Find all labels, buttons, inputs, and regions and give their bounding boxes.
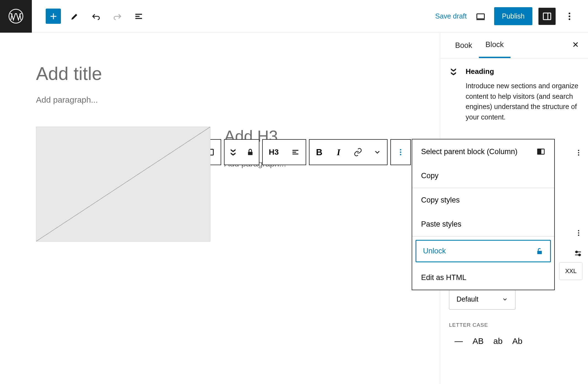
lettercase-uppercase[interactable]: AB <box>473 336 484 346</box>
redo-button[interactable] <box>110 9 125 24</box>
bt-group-format: B I <box>309 139 388 165</box>
chevron-down-icon <box>502 296 508 302</box>
svg-rect-22 <box>537 251 542 254</box>
panel-menu-button[interactable] <box>575 149 582 158</box>
svg-point-13 <box>578 152 579 154</box>
block-info-text: Heading Introduce new sections and organ… <box>466 67 579 122</box>
heading-block-icon[interactable] <box>225 140 242 165</box>
bt-group-heading: H3 <box>262 139 306 165</box>
menu-copy-styles[interactable]: Copy styles <box>412 188 554 212</box>
svg-point-5 <box>569 18 570 20</box>
save-draft-button[interactable]: Save draft <box>435 12 467 20</box>
top-left-tools <box>32 9 146 24</box>
column-icon <box>537 147 545 156</box>
column-left[interactable] <box>36 127 210 242</box>
svg-rect-21 <box>538 149 541 154</box>
align-button[interactable] <box>285 140 306 165</box>
undo-button[interactable] <box>88 9 104 24</box>
editor-canvas[interactable]: Add title Add paragraph... H3 <box>0 33 440 384</box>
more-formatting-button[interactable] <box>368 140 387 165</box>
document-outline-button[interactable] <box>131 9 146 24</box>
svg-point-9 <box>400 149 401 151</box>
lettercase-label: LETTER CASE <box>449 322 579 328</box>
svg-point-14 <box>578 154 579 156</box>
link-button[interactable] <box>348 140 368 165</box>
post-title-placeholder[interactable]: Add title <box>36 63 404 84</box>
svg-point-11 <box>400 154 401 155</box>
appearance-value: Default <box>457 295 478 303</box>
svg-point-10 <box>400 152 401 153</box>
publish-button[interactable]: Publish <box>494 7 532 25</box>
paragraph-placeholder[interactable]: Add paragraph... <box>36 95 404 105</box>
wordpress-logo[interactable] <box>0 0 32 33</box>
italic-button[interactable]: I <box>329 140 348 165</box>
image-placeholder[interactable] <box>36 127 210 242</box>
menu-copy[interactable]: Copy <box>412 164 554 188</box>
svg-point-4 <box>569 15 570 17</box>
lettercase-section: LETTER CASE — AB ab Ab <box>449 322 579 349</box>
heading-level-button[interactable]: H3 <box>263 140 285 165</box>
menu-select-parent[interactable]: Select parent block (Column) <box>412 139 554 164</box>
lettercase-options: — AB ab Ab <box>449 334 579 349</box>
svg-point-18 <box>576 251 577 253</box>
close-sidebar-button[interactable] <box>571 40 580 51</box>
menu-paste-styles[interactable]: Paste styles <box>412 212 554 236</box>
top-right-tools: Save draft Publish <box>435 7 588 25</box>
menu-unlock[interactable]: Unlock <box>416 240 551 262</box>
size-xxl-option[interactable]: XXL <box>559 262 582 280</box>
bt-group-more <box>390 139 411 165</box>
svg-point-0 <box>9 9 23 23</box>
svg-point-3 <box>569 12 570 14</box>
settings-sidebar-toggle[interactable] <box>538 8 556 25</box>
preview-button[interactable] <box>473 9 488 24</box>
svg-point-19 <box>579 254 581 256</box>
panel-menu-button-2[interactable] <box>575 229 582 238</box>
svg-point-15 <box>578 230 579 232</box>
sidebar-tabs: Book Block <box>440 33 588 58</box>
editor-top-bar: Save draft Publish <box>0 0 588 33</box>
options-menu-button[interactable] <box>562 9 577 24</box>
block-info-title: Heading <box>466 67 579 76</box>
block-options-button[interactable] <box>391 140 410 165</box>
block-info-description: Introduce new sections and organize cont… <box>466 81 579 122</box>
svg-rect-2 <box>543 13 551 20</box>
appearance-select[interactable]: Default <box>449 289 515 310</box>
lettercase-none[interactable]: — <box>455 336 463 346</box>
add-block-button[interactable] <box>46 9 61 24</box>
edit-mode-button[interactable] <box>67 9 82 24</box>
bold-button[interactable]: B <box>310 140 329 165</box>
svg-rect-1 <box>477 14 484 19</box>
lettercase-capitalize[interactable]: Ab <box>512 336 522 346</box>
svg-point-16 <box>578 232 579 234</box>
svg-rect-8 <box>248 152 252 155</box>
lettercase-lowercase[interactable]: ab <box>493 336 502 346</box>
heading-block-icon <box>449 67 458 122</box>
tab-book[interactable]: Book <box>448 33 479 58</box>
lock-icon[interactable] <box>242 140 259 165</box>
menu-edit-html[interactable]: Edit as HTML <box>412 266 554 290</box>
tab-block[interactable]: Block <box>479 33 510 58</box>
svg-point-17 <box>578 235 579 236</box>
svg-point-12 <box>578 150 579 151</box>
block-toolbar: H3 B I <box>198 139 411 165</box>
block-info: Heading Introduce new sections and organ… <box>449 67 579 122</box>
unlock-icon <box>536 247 543 255</box>
size-settings-button[interactable] <box>574 249 582 259</box>
block-options-menu: Select parent block (Column) Copy Copy s… <box>412 139 555 290</box>
bt-group-block <box>224 139 259 165</box>
